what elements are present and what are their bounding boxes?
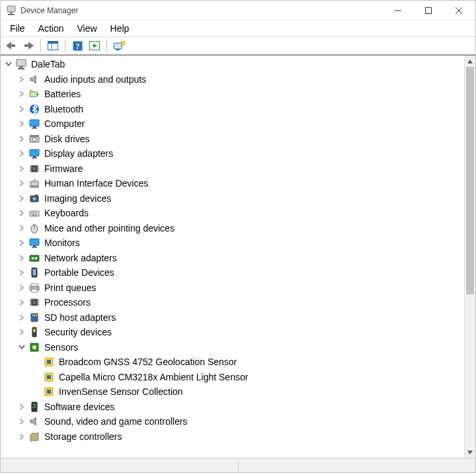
tree-category-sound[interactable]: Sound, video and game controllers [3,414,464,429]
app-icon [6,5,17,16]
tree-category-monitors[interactable]: Monitors [3,236,464,251]
nav-forward-button[interactable] [20,38,36,53]
tree-category-label: Human Interface Devices [43,176,149,191]
scroll-track[interactable] [465,67,475,447]
nav-back-button[interactable] [3,38,19,53]
tree-category-label: Batteries [43,87,82,101]
scroll-up-button[interactable] [465,56,475,67]
show-hide-console-button[interactable] [45,38,61,53]
hid-icon [28,177,40,189]
svg-point-20 [121,41,125,45]
expand-arrow-icon[interactable] [3,59,14,69]
window-title: Device Manager [20,6,383,15]
menu-file[interactable]: File [3,22,32,35]
expand-arrow-icon[interactable] [17,327,27,337]
toolbar-separator [65,39,65,52]
tree-category-sensors[interactable]: Sensors [3,340,464,355]
minimize-button[interactable] [383,1,413,21]
expand-arrow-icon[interactable] [17,416,27,427]
expand-arrow-icon[interactable] [17,253,27,263]
tree-category-label: Processors [43,295,92,310]
tree-category-sdhost[interactable]: SD host adapters [3,310,464,325]
titlebar: Device Manager [1,1,475,21]
tree-category-imaging[interactable]: Imaging devices [3,191,464,206]
expand-arrow-icon[interactable] [17,312,27,323]
toolbar-separator [40,39,41,52]
tree-category-label: Display adapters [43,146,114,161]
tree-category-label: Mice and other pointing devices [43,221,176,236]
expand-arrow-icon[interactable] [17,178,27,189]
tree-category-mice[interactable]: Mice and other pointing devices [3,221,464,236]
expand-arrow-icon[interactable] [17,223,27,234]
tree-device[interactable]: Capella Micro CM3218x Ambient Light Sens… [3,370,464,385]
menu-view[interactable]: View [70,22,103,35]
computer-icon [28,118,40,130]
scroll-thumb[interactable] [466,67,474,294]
security-icon [28,326,40,338]
expand-arrow-icon[interactable] [17,89,27,99]
tree-category-processors[interactable]: Processors [3,295,464,310]
expand-arrow-icon[interactable] [17,208,27,218]
tree-root[interactable]: DaleTab [3,57,464,72]
tree-category-display[interactable]: Display adapters [3,146,464,161]
help-button[interactable]: ? [69,38,85,53]
scan-hardware-button[interactable] [87,38,102,53]
portable-icon [28,267,40,279]
maximize-button[interactable] [413,1,444,21]
expand-arrow-icon[interactable] [17,74,27,85]
svg-rect-19 [116,49,120,50]
tree-category-network[interactable]: Network adapters [3,251,464,266]
tree-category-print[interactable]: Print queues [3,280,464,296]
tree-category-label: Software devices [43,400,116,414]
tree-root-label: DaleTab [30,57,66,71]
tree-category-label: Disk drives [43,132,91,146]
status-cell [239,458,476,472]
expand-arrow-icon[interactable] [17,342,27,353]
tree-category-security[interactable]: Security devices [3,325,464,340]
bluetooth-icon [28,103,40,115]
tree-category-portable[interactable]: Portable Devices [3,265,464,280]
tree-category-audio[interactable]: Audio inputs and outputs [3,72,464,87]
sensor-device-icon [43,356,55,368]
expand-arrow-icon[interactable] [17,104,27,114]
device-properties-button[interactable] [111,38,127,53]
tree-category-software[interactable]: Software devices [3,400,464,415]
menu-action[interactable]: Action [32,22,71,35]
expand-arrow-icon[interactable] [17,118,27,129]
tree-category-bluetooth[interactable]: Bluetooth [3,102,464,117]
tree-category-label: Sound, video and game controllers [43,414,188,429]
svg-text:?: ? [75,42,79,51]
device-tree[interactable]: DaleTabAudio inputs and outputsBatteries… [1,56,464,458]
expand-arrow-icon[interactable] [17,148,27,159]
vertical-scrollbar[interactable] [464,56,475,458]
print-icon [28,282,40,294]
sensor-device-icon [43,386,55,398]
tree-category-label: Security devices [43,325,113,339]
expand-arrow-icon[interactable] [17,431,27,442]
tree-category-computer[interactable]: Computer [3,116,464,132]
expand-arrow-icon[interactable] [17,134,27,144]
tree-category-storage[interactable]: Storage controllers [3,429,464,445]
scroll-down-button[interactable] [465,447,475,458]
tree-category-keyboards[interactable]: Keyboards [3,206,464,221]
tree-category-hid[interactable]: Human Interface Devices [3,176,464,191]
sound-icon [28,415,40,427]
expand-arrow-icon[interactable] [17,282,27,293]
tree-category-disk[interactable]: Disk drives [3,132,464,147]
menu-help[interactable]: Help [104,22,136,35]
expand-arrow-icon[interactable] [17,237,27,248]
keyboards-icon [28,207,40,219]
tree-category-firmware[interactable]: Firmware [3,161,464,177]
close-button[interactable] [444,1,474,21]
svg-rect-10 [24,44,28,47]
expand-arrow-icon[interactable] [17,193,27,204]
imaging-icon [28,193,40,204]
toolbar: ? [1,36,475,55]
expand-arrow-icon[interactable] [17,267,27,278]
tree-device[interactable]: InvenSense Sensor Collection [3,384,464,400]
tree-category-batteries[interactable]: Batteries [3,87,464,102]
tree-device[interactable]: Broadcom GNSS 4752 Geolocation Sensor [3,355,464,370]
expand-arrow-icon[interactable] [17,402,27,412]
expand-arrow-icon[interactable] [17,163,27,174]
expand-arrow-icon[interactable] [17,297,27,308]
